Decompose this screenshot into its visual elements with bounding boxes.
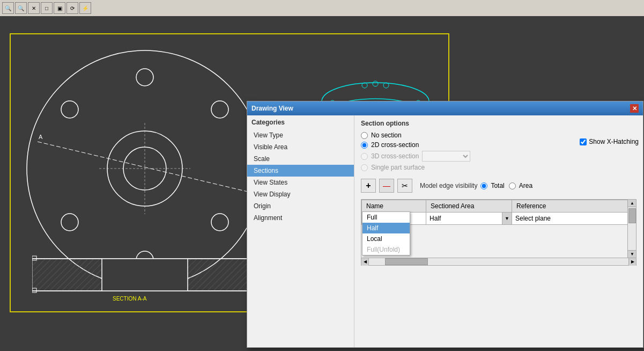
category-sections[interactable]: Sections: [247, 165, 354, 177]
section-options-panel: Section options No section 2D cross-sect…: [354, 115, 643, 347]
vscroll-track: [628, 207, 636, 250]
single-part-label: Single part surface: [371, 164, 425, 171]
show-xhatching-row: Show X-Hatching: [580, 138, 639, 145]
dialog-titlebar: Drawing View ✕: [247, 101, 643, 115]
svg-point-5: [211, 214, 228, 231]
cross-3d-radio[interactable]: [361, 153, 368, 160]
scissors-icon: ✂: [402, 181, 408, 190]
dropdown-option-full[interactable]: Full: [362, 212, 410, 223]
edge-total-radio[interactable]: [480, 182, 487, 189]
svg-text:SECTION A-A: SECTION A-A: [113, 296, 147, 302]
toolbar-btn-7[interactable]: ⚡: [79, 2, 91, 14]
cross-3d-row: 3D cross-section: [361, 151, 636, 162]
no-section-label: No section: [371, 131, 402, 139]
single-part-radio[interactable]: [361, 164, 368, 171]
delete-section-button[interactable]: —: [379, 179, 394, 193]
col-name: Name: [362, 200, 426, 213]
show-xhatching-checkbox[interactable]: [580, 138, 587, 145]
svg-text:A: A: [39, 134, 43, 140]
category-alignment[interactable]: Alignment: [247, 212, 354, 224]
toolbar-btn-6[interactable]: ⟳: [66, 2, 78, 14]
vscroll-up-arrow[interactable]: ▲: [628, 200, 636, 207]
section-toolbar: + — ✂ Model edge visibility Total: [361, 177, 636, 195]
svg-rect-27: [102, 259, 188, 291]
edge-area-radio[interactable]: [509, 182, 516, 189]
no-section-radio[interactable]: [361, 132, 368, 139]
dropdown-option-half[interactable]: Half: [362, 223, 410, 233]
category-visible-area[interactable]: Visible Area: [247, 141, 354, 153]
add-section-button[interactable]: +: [361, 179, 376, 193]
hscroll-track: [369, 258, 628, 265]
dialog-body: Categories View Type Visible Area Scale …: [247, 115, 643, 347]
category-view-display[interactable]: View Display: [247, 188, 354, 200]
svg-point-21: [362, 83, 367, 88]
edge-radio-group: Total Area: [480, 182, 532, 189]
sections-table-container: Name Sectioned Area Reference ✓ C: [361, 199, 636, 258]
svg-point-8: [61, 101, 78, 118]
dropdown-option-local[interactable]: Local: [362, 233, 410, 244]
dropdown-option-full-unfold[interactable]: Full(Unfold): [362, 244, 410, 255]
total-radio-row: Total: [480, 182, 504, 189]
dialog-close-button[interactable]: ✕: [630, 104, 639, 113]
toolbar-btn-2[interactable]: 🔍: [15, 2, 27, 14]
cross-2d-label: 2D cross-section: [371, 141, 419, 149]
category-view-type[interactable]: View Type: [247, 129, 354, 141]
cross-2d-radio[interactable]: [361, 142, 368, 149]
drawing-view-dialog: Drawing View ✕ Categories View Type Visi…: [247, 101, 643, 348]
cross-3d-label: 3D cross-section: [371, 152, 419, 160]
toolbar-btn-3[interactable]: ✕: [28, 2, 40, 14]
sectioned-area-dropdown-button[interactable]: ▼: [502, 213, 512, 224]
category-view-states[interactable]: View States: [247, 177, 354, 188]
edge-area-label: Area: [519, 182, 532, 189]
toolbar: 🔍 🔍 ✕ □ ▣ ⟳ ⚡: [0, 0, 644, 16]
section-view: SECTION A-A: [32, 253, 257, 307]
table-vscrollbar: ▲ ▼: [627, 200, 636, 258]
row-reference-cell[interactable]: Select plane: [512, 213, 636, 225]
svg-point-3: [136, 69, 153, 86]
categories-panel: Categories View Type Visible Area Scale …: [247, 115, 354, 347]
add-icon: +: [366, 181, 371, 191]
sectioned-area-dropdown: Full Half Local Full(Unfold): [362, 211, 410, 255]
svg-point-7: [61, 214, 78, 231]
category-origin[interactable]: Origin: [247, 200, 354, 212]
col-sectioned-area: Sectioned Area: [426, 200, 512, 213]
edge-total-label: Total: [491, 182, 504, 189]
edit-section-button[interactable]: ✂: [397, 179, 412, 193]
table-hscrollbar: ◀ ▶: [361, 258, 636, 266]
toolbar-btn-1[interactable]: 🔍: [2, 2, 14, 14]
hscroll-left-arrow[interactable]: ◀: [361, 258, 369, 266]
svg-point-4: [211, 101, 228, 118]
edge-visibility-label: Model edge visibility: [420, 182, 477, 189]
delete-icon: —: [383, 181, 390, 190]
row-sectioned-area-value: Half: [426, 214, 502, 223]
svg-point-23: [373, 81, 378, 86]
area-radio-row: Area: [509, 182, 532, 189]
hscroll-right-arrow[interactable]: ▶: [628, 258, 636, 266]
row-sectioned-area-cell: Half ▼ Full Half Local Full(Unfold): [426, 213, 512, 225]
show-xhatching-label: Show X-Hatching: [589, 138, 639, 145]
sections-table: Name Sectioned Area Reference ✓ C: [361, 200, 636, 225]
col-reference: Reference: [512, 200, 636, 213]
toolbar-btn-4[interactable]: □: [41, 2, 53, 14]
category-scale[interactable]: Scale: [247, 153, 354, 165]
single-part-row: Single part surface: [361, 164, 636, 171]
vscroll-down-arrow[interactable]: ▼: [628, 250, 636, 258]
hscroll-thumb[interactable]: [385, 258, 428, 265]
table-row: ✓ C Half ▼: [362, 213, 636, 225]
toolbar-btn-5[interactable]: ▣: [54, 2, 65, 14]
vscroll-thumb[interactable]: [628, 208, 636, 223]
cad-background: 🔍 🔍 ✕ □ ▣ ⟳ ⚡ A A: [0, 0, 644, 351]
cross-3d-dropdown[interactable]: [422, 151, 470, 162]
row-reference-value: Select plane: [515, 215, 551, 222]
section-options-title: Section options: [361, 120, 636, 127]
dialog-title: Drawing View: [251, 105, 293, 112]
categories-header: Categories: [247, 115, 354, 129]
svg-point-22: [383, 83, 389, 88]
